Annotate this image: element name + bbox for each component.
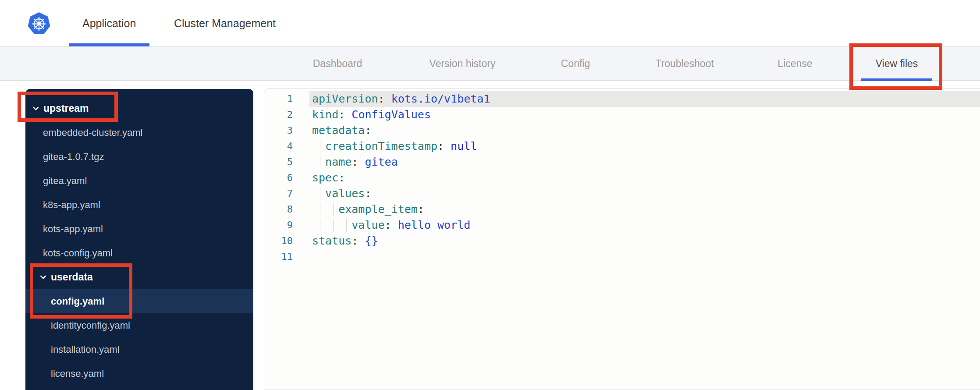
token-key: metadata xyxy=(312,124,365,137)
line-number: 11 xyxy=(264,249,309,265)
file-content-editor[interactable]: 1apiVersion: kots.io/v1beta12kind: Confi… xyxy=(264,89,980,390)
tree-file-gitea-1-0-7-tgz[interactable]: gitea-1.0.7.tgz xyxy=(25,145,253,169)
subnav-tab-label: Version history xyxy=(430,58,496,70)
file-tree: upstreamembedded-cluster.yamlgitea-1.0.7… xyxy=(25,96,253,386)
token-punct: : xyxy=(338,171,345,184)
tree-item-label: upstream xyxy=(43,103,89,114)
indent-guide xyxy=(320,156,320,169)
subnav-tab-license[interactable]: License xyxy=(778,46,812,81)
token-key: kind xyxy=(312,108,338,121)
token-key: status xyxy=(312,234,352,247)
token-punct: : xyxy=(378,92,391,105)
token-key: spec xyxy=(312,171,338,184)
kots-admin-console: ApplicationCluster Management DashboardV… xyxy=(0,0,980,390)
line-number: 6 xyxy=(264,170,309,186)
app-header: ApplicationCluster Management xyxy=(0,0,980,46)
tree-file-kots-app-yaml[interactable]: kots-app.yaml xyxy=(25,217,253,241)
token-punct: : xyxy=(437,140,451,152)
tree-file-config-yaml[interactable]: config.yaml xyxy=(25,289,253,313)
token-key: value xyxy=(352,219,384,231)
code-line-content: spec: xyxy=(309,170,980,186)
tree-file-embedded-cluster-yaml[interactable]: embedded-cluster.yaml xyxy=(25,121,253,145)
tree-item-label: embedded-cluster.yaml xyxy=(43,127,142,138)
code-line-11: 11 xyxy=(264,249,980,265)
token-key: creationTimestamp xyxy=(325,140,437,152)
tree-file-k8s-app-yaml[interactable]: k8s-app.yaml xyxy=(25,193,253,217)
code-line-content: status: {} xyxy=(309,233,980,249)
token-key: name xyxy=(325,156,352,168)
line-number: 7 xyxy=(264,186,309,202)
token-sp xyxy=(312,219,352,231)
token-punct: : xyxy=(352,156,365,168)
token-val: {} xyxy=(365,234,378,247)
token-sp xyxy=(312,156,325,168)
tree-file-gitea-yaml[interactable]: gitea.yaml xyxy=(25,169,253,193)
active-tab-underline xyxy=(861,78,932,81)
code-line-content: creationTimestamp: null xyxy=(309,138,980,154)
header-tab-application[interactable]: Application xyxy=(82,0,136,46)
token-key: example_item xyxy=(338,203,418,216)
tree-item-label: k8s-app.yaml xyxy=(43,199,100,211)
token-sp xyxy=(312,203,338,216)
subnav-tab-label: License xyxy=(778,58,812,70)
tree-item-label: kots-config.yaml xyxy=(43,248,113,259)
token-val: gitea xyxy=(365,156,398,168)
tree-folder-userdata[interactable]: userdata xyxy=(25,265,253,289)
indent-guide xyxy=(320,203,320,216)
tree-file-installation-yaml[interactable]: installation.yaml xyxy=(25,337,253,362)
token-val: hello world xyxy=(398,219,471,231)
line-number: 8 xyxy=(264,202,309,217)
code-line-7: 7 values: xyxy=(264,186,980,202)
code-line-content: values: xyxy=(309,186,980,202)
subnav-tab-label: Config xyxy=(561,58,590,70)
code-line-content: apiVersion: kots.io/v1beta1 xyxy=(309,91,980,107)
tree-item-label: gitea-1.0.7.tgz xyxy=(43,151,104,163)
token-key: values xyxy=(325,187,365,200)
code-line-content xyxy=(309,249,980,265)
header-tab-label: Application xyxy=(82,17,136,30)
line-number: 3 xyxy=(264,123,309,138)
code-line-content: metadata: xyxy=(309,123,980,138)
tree-item-label: userdata xyxy=(51,271,93,283)
code-line-content: kind: ConfigValues xyxy=(309,107,980,123)
subnav-tab-view-files[interactable]: View files xyxy=(876,46,918,81)
tree-file-license-yaml[interactable]: license.yaml xyxy=(25,362,253,386)
subnav-tab-label: Troubleshoot xyxy=(655,58,714,70)
indent-guide xyxy=(320,187,320,200)
subnav-tab-config[interactable]: Config xyxy=(561,46,590,81)
header-tab-cluster-management[interactable]: Cluster Management xyxy=(174,0,276,46)
token-punct: : xyxy=(365,187,371,200)
code-line-10: 10status: {} xyxy=(264,233,980,249)
token-sp xyxy=(312,140,325,152)
subnav-tab-version-history[interactable]: Version history xyxy=(430,46,496,81)
tree-file-kots-config-yaml[interactable]: kots-config.yaml xyxy=(25,241,253,265)
indent-guide xyxy=(333,203,334,216)
indent-guide xyxy=(333,219,334,232)
tree-item-label: kots-app.yaml xyxy=(43,223,103,235)
tree-item-label: config.yaml xyxy=(51,296,104,307)
token-punct: : xyxy=(365,124,371,137)
active-tab-underline xyxy=(69,43,149,46)
chevron-down-icon[interactable] xyxy=(32,105,39,112)
code-line-content: value: hello world xyxy=(309,217,980,233)
code-line-content: example_item: xyxy=(309,202,980,217)
tree-item-label: license.yaml xyxy=(51,368,104,379)
subnav-tab-troubleshoot[interactable]: Troubleshoot xyxy=(655,46,714,81)
tree-file-identityconfig-yaml[interactable]: identityconfig.yaml xyxy=(25,313,253,337)
line-number: 4 xyxy=(264,138,309,154)
tree-item-label: installation.yaml xyxy=(51,344,120,355)
code-line-content: name: gitea xyxy=(309,154,980,170)
token-null: null xyxy=(451,140,477,152)
indent-guide xyxy=(320,219,320,232)
tree-item-label: gitea.yaml xyxy=(43,175,87,187)
tree-item-label: identityconfig.yaml xyxy=(51,320,130,331)
token-punct: : xyxy=(418,203,424,216)
tree-folder-upstream[interactable]: upstream xyxy=(25,96,253,121)
line-number: 2 xyxy=(264,107,309,123)
subnav-tab-dashboard[interactable]: Dashboard xyxy=(313,46,362,81)
chevron-down-icon[interactable] xyxy=(39,273,47,281)
token-val: kots.io/v1beta1 xyxy=(391,92,490,105)
file-tree-sidebar: upstreamembedded-cluster.yamlgitea-1.0.7… xyxy=(25,89,253,390)
code-line-5: 5 name: gitea xyxy=(264,154,980,170)
code-line-3: 3metadata: xyxy=(264,123,980,138)
